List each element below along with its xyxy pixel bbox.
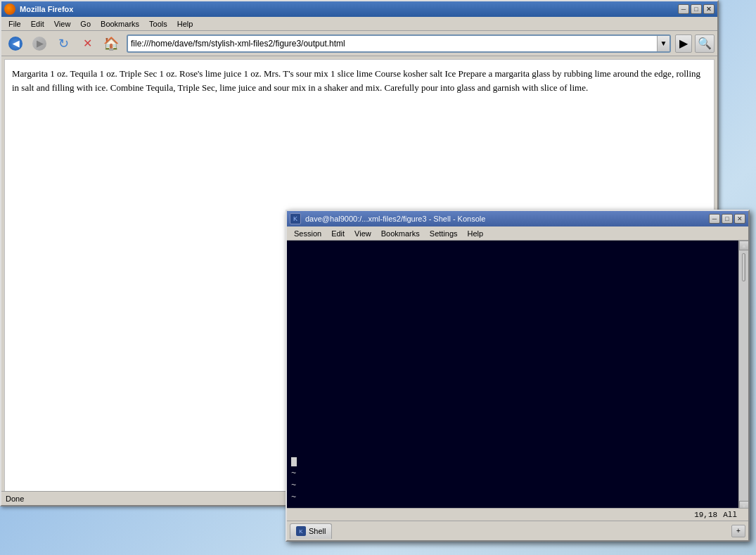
forward-button[interactable]: ▶ bbox=[28, 34, 51, 53]
konsole-tabbar: K Shell + bbox=[287, 521, 748, 540]
terminal-code: ~ ~ ~ bbox=[291, 243, 744, 504]
menu-tools[interactable]: Tools bbox=[145, 18, 172, 30]
terminal-scrollbar[interactable]: ▲ ▼ bbox=[738, 241, 748, 511]
konsole-menu-session[interactable]: Session bbox=[290, 228, 326, 239]
konsole-menu-view[interactable]: View bbox=[350, 228, 376, 239]
maximize-button[interactable]: □ bbox=[691, 4, 702, 14]
menu-bookmarks[interactable]: Bookmarks bbox=[96, 18, 143, 30]
konsole-new-tab-button[interactable]: + bbox=[731, 525, 745, 537]
menu-edit[interactable]: Edit bbox=[27, 18, 49, 30]
konsole-menu-settings[interactable]: Settings bbox=[425, 228, 462, 239]
konsole-menubar: Session Edit View Bookmarks Settings Hel… bbox=[287, 227, 748, 241]
konsole-tab-shell[interactable]: K Shell bbox=[290, 523, 332, 539]
konsole-titlebar-buttons: ─ □ ✕ bbox=[709, 214, 745, 224]
menu-go[interactable]: Go bbox=[76, 18, 95, 30]
recipe-text: Margarita 1 oz. Tequila 1 oz. Triple Sec… bbox=[12, 67, 707, 94]
konsole-status-all: All bbox=[723, 511, 737, 519]
konsole-statusbar: 19,18 All bbox=[287, 508, 748, 521]
konsole-cursor-pos: 19,18 bbox=[694, 511, 717, 519]
back-icon: ◀ bbox=[8, 37, 23, 51]
tab-shell-icon: K bbox=[296, 526, 306, 536]
konsole-app-icon: K bbox=[290, 213, 301, 224]
minimize-button[interactable]: ─ bbox=[678, 4, 689, 14]
konsole-minimize-button[interactable]: ─ bbox=[709, 214, 720, 224]
forward-icon: ▶ bbox=[32, 37, 46, 51]
go-icon: ▶ bbox=[679, 37, 688, 50]
konsole-maximize-button[interactable]: □ bbox=[722, 214, 733, 224]
search-button[interactable]: 🔍 bbox=[695, 34, 715, 53]
address-input[interactable] bbox=[128, 37, 657, 50]
konsole-window: K dave@hal9000:/...xml-files2/figure3 - … bbox=[286, 210, 750, 542]
konsole-menu-edit[interactable]: Edit bbox=[327, 228, 349, 239]
konsole-menu-help[interactable]: Help bbox=[463, 228, 488, 239]
back-button[interactable]: ◀ bbox=[4, 34, 27, 53]
firefox-toolbar: ◀ ▶ ↻ ✕ 🏠 ▼ ▶ 🔍 bbox=[1, 31, 717, 56]
scrollbar-up-button[interactable]: ▲ bbox=[739, 241, 748, 250]
firefox-titlebar: Mozilla Firefox ─ □ ✕ bbox=[1, 1, 717, 17]
konsole-terminal-content[interactable]: ~ ~ ~ ▲ ▼ bbox=[287, 241, 748, 523]
titlebar-buttons: ─ □ ✕ bbox=[678, 4, 715, 14]
firefox-logo-icon bbox=[4, 4, 15, 15]
go-button[interactable]: ▶ bbox=[675, 34, 692, 53]
address-bar-container: ▼ bbox=[127, 34, 671, 53]
tab-shell-label: Shell bbox=[309, 527, 326, 535]
reload-button[interactable]: ↻ bbox=[52, 34, 75, 53]
search-icon: 🔍 bbox=[698, 37, 712, 50]
menu-file[interactable]: File bbox=[4, 18, 25, 30]
konsole-title-left: K dave@hal9000:/...xml-files2/figure3 - … bbox=[290, 213, 485, 224]
titlebar-left: Mozilla Firefox bbox=[4, 4, 73, 15]
home-button[interactable]: 🏠 bbox=[100, 34, 122, 53]
konsole-menu-bookmarks[interactable]: Bookmarks bbox=[377, 228, 424, 239]
menu-view[interactable]: View bbox=[50, 18, 75, 30]
home-icon: 🏠 bbox=[103, 36, 119, 51]
konsole-titlebar: K dave@hal9000:/...xml-files2/figure3 - … bbox=[287, 211, 748, 227]
firefox-menubar: File Edit View Go Bookmarks Tools Help bbox=[1, 17, 717, 31]
menu-help[interactable]: Help bbox=[173, 18, 198, 30]
firefox-title: Mozilla Firefox bbox=[20, 5, 73, 13]
konsole-close-button[interactable]: ✕ bbox=[734, 214, 745, 224]
address-dropdown-button[interactable]: ▼ bbox=[657, 36, 669, 51]
reload-icon: ↻ bbox=[58, 36, 69, 51]
stop-icon: ✕ bbox=[83, 37, 92, 50]
stop-button[interactable]: ✕ bbox=[76, 34, 98, 53]
firefox-status-text: Done bbox=[6, 495, 24, 503]
konsole-title: dave@hal9000:/...xml-files2/figure3 - Sh… bbox=[305, 215, 485, 223]
scrollbar-thumb[interactable] bbox=[742, 253, 745, 281]
close-button[interactable]: ✕ bbox=[703, 4, 715, 14]
